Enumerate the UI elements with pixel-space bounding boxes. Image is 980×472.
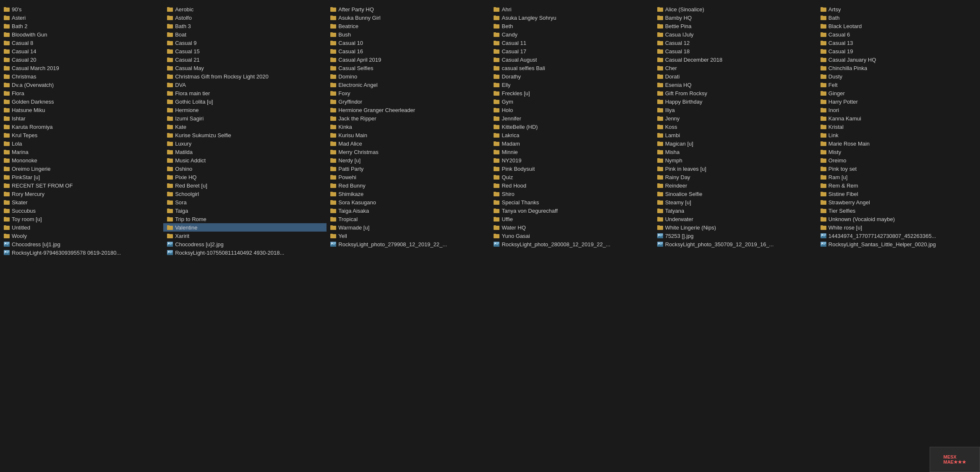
file-item[interactable]: Chocodress [u]2.jpg [163,240,327,248]
file-item[interactable]: RocksyLight_photo_280008_12_2019_22_... [490,240,653,248]
folder-item[interactable]: Cher [653,64,817,72]
folder-item[interactable]: Flora [0,89,163,97]
folder-item[interactable]: Casual 11 [490,39,653,47]
folder-item[interactable]: Golden Darkness [0,97,163,106]
folder-item[interactable]: White Lingerie (Nips) [653,223,817,232]
folder-item[interactable]: Uffie [490,215,653,223]
folder-item[interactable]: Asuka Bunny Girl [327,13,490,22]
folder-item[interactable]: Lakrica [490,131,653,139]
folder-item[interactable]: Marina [0,148,163,156]
folder-item[interactable]: Pink in leaves [u] [653,164,817,173]
folder-item[interactable]: Hatsune Miku [0,106,163,114]
folder-item[interactable]: Tanya von Degurechaff [490,206,653,215]
file-item[interactable]: 75253 [].jpg [653,232,817,240]
folder-item[interactable]: Hermione Granger Cheerleader [327,106,490,114]
folder-item[interactable]: Magican [u] [653,139,817,148]
folder-item[interactable]: Kurise Sukumizu Selfie [163,131,327,139]
file-item[interactable]: RocksyLight-107550811140492 4930-2018... [163,248,327,257]
folder-item[interactable]: Elly [490,81,653,89]
folder-item[interactable]: Skater [0,198,163,206]
folder-item[interactable]: Sistine Fibel [817,190,980,198]
folder-item[interactable]: Mononoke [0,156,163,164]
folder-item[interactable]: Valentine [163,223,327,232]
folder-item[interactable]: Casual 21 [163,55,327,64]
folder-item[interactable]: Electronic Angel [327,81,490,89]
folder-item[interactable]: Ahri [490,5,653,13]
folder-item[interactable]: Shiro [490,190,653,198]
folder-item[interactable]: Strawberry Angel [817,198,980,206]
folder-item[interactable]: Felt [817,81,980,89]
folder-item[interactable]: Christmas [0,72,163,81]
folder-item[interactable]: Kate [163,123,327,131]
folder-item[interactable]: Bath 2 [0,22,163,30]
folder-item[interactable]: Water HQ [490,223,653,232]
folder-item[interactable]: Ishtar [0,114,163,123]
folder-item[interactable]: Koss [653,123,817,131]
folder-item[interactable]: Quiz [490,173,653,181]
folder-item[interactable]: Esenia HQ [653,81,817,89]
folder-item[interactable]: Happy Birthday [653,97,817,106]
folder-item[interactable]: Casual May [163,64,327,72]
folder-item[interactable]: Casual March 2019 [0,64,163,72]
folder-item[interactable]: Ram [u] [817,173,980,181]
folder-item[interactable]: Dorathy [490,72,653,81]
folder-item[interactable]: Taiga Aisaka [327,206,490,215]
folder-item[interactable]: Jack the Ripper [327,114,490,123]
file-item[interactable]: Chocodress [u]1.jpg [0,240,163,248]
folder-item[interactable]: Christmas Gift from Rocksy Light 2020 [163,72,327,81]
folder-item[interactable]: Red Hood [490,181,653,190]
file-item[interactable]: RocksyLight-97946309395578 0619-20180... [0,248,163,257]
folder-item[interactable]: NY2019 [490,156,653,164]
folder-item[interactable]: Steamy [u] [653,198,817,206]
folder-item[interactable]: 90's [0,5,163,13]
folder-item[interactable]: Asuka Langley Sohryu [490,13,653,22]
folder-item[interactable]: Rainy Day [653,173,817,181]
folder-item[interactable]: Red Bunny [327,181,490,190]
folder-item[interactable]: Astolfo [163,13,327,22]
folder-item[interactable]: Pixie HQ [163,173,327,181]
folder-item[interactable]: Casual 20 [0,55,163,64]
folder-item[interactable]: Krul Tepes [0,131,163,139]
folder-item[interactable]: Marie Rose Main [817,139,980,148]
folder-item[interactable]: Inori [817,106,980,114]
folder-item[interactable]: Lambi [653,131,817,139]
folder-item[interactable]: Minnie [490,148,653,156]
folder-item[interactable]: Luxury [163,139,327,148]
folder-item[interactable]: Gym [490,97,653,106]
folder-item[interactable]: Mad Alice [327,139,490,148]
folder-item[interactable]: Dv.a (Overwatch) [0,81,163,89]
folder-item[interactable]: Shimikaze [327,190,490,198]
folder-item[interactable]: RECENT SET FROM OF [0,181,163,190]
folder-item[interactable]: White rose [u] [817,223,980,232]
folder-item[interactable]: Jenny [653,114,817,123]
folder-item[interactable]: Oreimo [817,156,980,164]
folder-item[interactable]: Artsy [817,5,980,13]
folder-item[interactable]: Casual 19 [817,47,980,55]
folder-item[interactable]: After Party HQ [327,5,490,13]
folder-item[interactable]: Tier Selfies [817,206,980,215]
folder-item[interactable]: Patti Party [327,164,490,173]
file-item[interactable]: 14434974_177077142730807_452263365... [817,232,980,240]
folder-item[interactable]: Untitled [0,223,163,232]
folder-item[interactable]: Pink toy set [817,164,980,173]
folder-item[interactable]: Bamby HQ [653,13,817,22]
folder-item[interactable]: Rory Mercury [0,190,163,198]
folder-item[interactable]: Black Leotard [817,22,980,30]
folder-item[interactable]: Oshino [163,164,327,173]
folder-item[interactable]: Tatyana [653,206,817,215]
folder-item[interactable]: Kinka [327,123,490,131]
folder-item[interactable]: Music Addict [163,156,327,164]
folder-item[interactable]: Rem & Rem [817,181,980,190]
folder-item[interactable]: Sinoalice Selfie [653,190,817,198]
folder-item[interactable]: Boat [163,30,327,39]
folder-item[interactable]: Sora Kasugano [327,198,490,206]
folder-item[interactable]: Casual 13 [817,39,980,47]
file-item[interactable]: RocksyLight_photo_279908_12_2019_22_... [327,240,490,248]
folder-item[interactable]: Izumi Sagiri [163,114,327,123]
folder-item[interactable]: Powehi [327,173,490,181]
folder-item[interactable]: Unknown (Vocaloid maybe) [817,215,980,223]
folder-item[interactable]: Bettie Pina [653,22,817,30]
folder-item[interactable]: Casual 9 [163,39,327,47]
folder-item[interactable]: Special Thanks [490,198,653,206]
folder-item[interactable]: Iliya [653,106,817,114]
